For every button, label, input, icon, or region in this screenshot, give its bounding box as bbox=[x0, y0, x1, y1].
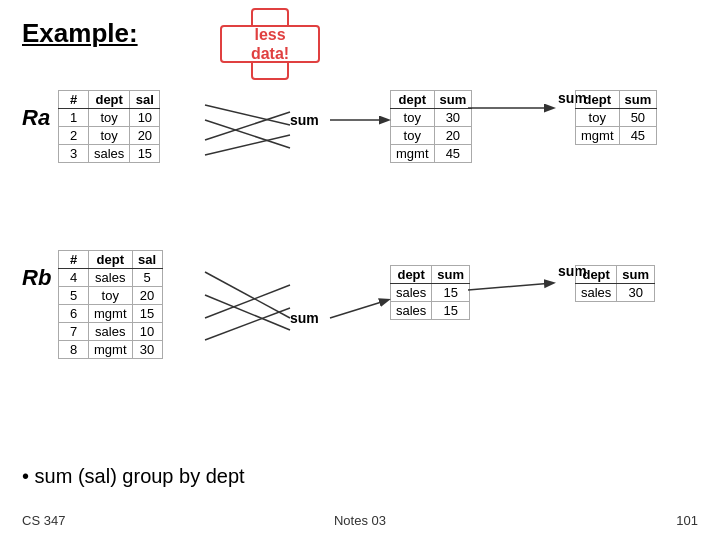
svg-line-0 bbox=[205, 105, 290, 125]
svg-line-9 bbox=[205, 285, 290, 318]
rb-table: # dept sal 4 sales 5 5 toy 20 6 mgmt 15 … bbox=[58, 250, 163, 359]
svg-line-11 bbox=[468, 283, 553, 290]
less-data-text: lessdata! bbox=[251, 25, 289, 63]
svg-line-6 bbox=[205, 272, 290, 318]
ra-table: # dept sal 1 toy 10 2 toy 20 3 sales 15 bbox=[58, 90, 160, 163]
less-data-badge: lessdata! bbox=[220, 8, 320, 80]
rb-sum-label: sum bbox=[290, 310, 319, 326]
rb-sum-table: dept sum sales 15 sales 15 bbox=[390, 265, 470, 320]
svg-line-10 bbox=[330, 300, 388, 318]
bullet-line: • sum (sal) group by dept bbox=[22, 465, 245, 488]
footer-right: 101 bbox=[676, 513, 698, 528]
rb-final-table: dept sum sales 30 bbox=[575, 265, 655, 302]
svg-line-8 bbox=[205, 295, 290, 330]
rb-label: Rb bbox=[22, 265, 51, 291]
footer-left: CS 347 bbox=[22, 513, 65, 528]
page-title: Example: bbox=[22, 18, 138, 49]
svg-line-2 bbox=[205, 120, 290, 148]
ra-sum-table: dept sum toy 30 toy 20 mgmt 45 bbox=[390, 90, 472, 163]
ra-final-table: dept sum toy 50 mgmt 45 bbox=[575, 90, 657, 145]
footer-center: Notes 03 bbox=[334, 513, 386, 528]
ra-sum-label: sum bbox=[290, 112, 319, 128]
ra-label: Ra bbox=[22, 105, 50, 131]
svg-line-3 bbox=[205, 112, 290, 140]
svg-line-7 bbox=[205, 308, 290, 340]
svg-line-1 bbox=[205, 135, 290, 155]
